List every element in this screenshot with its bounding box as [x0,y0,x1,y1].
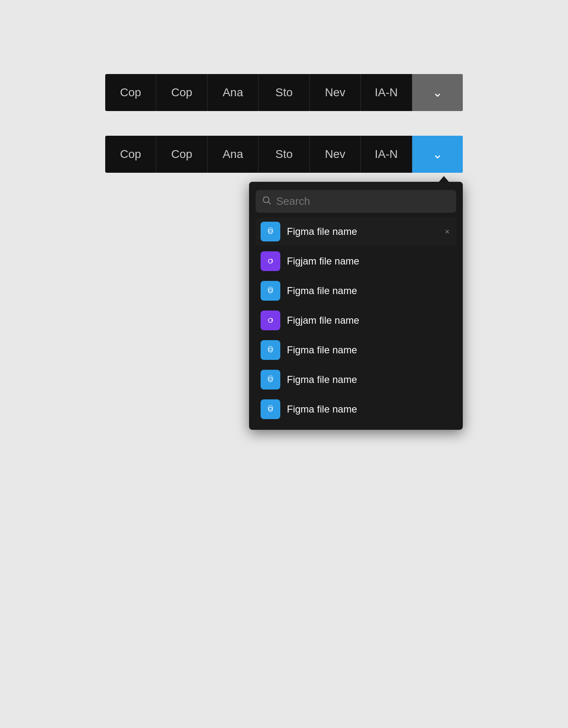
file-icon-figjam-3 [261,311,280,330]
dropdown-arrow [439,176,449,182]
file-item-1[interactable]: Figjam file name [256,247,456,275]
chevron-down-icon-2: ⌄ [432,148,443,160]
file-item-4[interactable]: Figma file name [256,336,456,364]
file-icon-figma-0 [261,222,280,241]
tab-2-copy1[interactable]: Cop [105,136,156,173]
file-name-4: Figma file name [287,344,451,356]
tab-2-more-button[interactable]: ⌄ [412,136,463,173]
tab-bar-2: Cop Cop Ana Sto Nev IA-N ⌄ [105,136,463,173]
file-name-5: Figma file name [287,374,451,385]
file-name-6: Figma file name [287,403,451,415]
tab-1-ia[interactable]: IA-N [361,74,412,111]
tab-2-sto[interactable]: Sto [259,136,309,173]
tab-1-nev[interactable]: Nev [310,74,361,111]
tab-1-copy2[interactable]: Cop [156,74,207,111]
tab-bar-2-container: Cop Cop Ana Sto Nev IA-N ⌄ [105,136,463,173]
tab-bar-1: Cop Cop Ana Sto Nev IA-N ⌄ [105,74,463,111]
file-item-5[interactable]: Figma file name [256,366,456,394]
file-icon-figma-4 [261,340,280,360]
file-item-2[interactable]: Figma file name [256,277,456,305]
file-name-2: Figma file name [287,285,451,297]
tab-1-ana[interactable]: Ana [208,74,259,111]
file-icon-figjam-1 [261,251,280,271]
chevron-down-icon-1: ⌄ [432,86,443,99]
search-input[interactable] [276,195,450,208]
tab-1-sto[interactable]: Sto [259,74,309,111]
file-name-1: Figjam file name [287,255,451,267]
tab-2-ia[interactable]: IA-N [361,136,412,173]
file-item-6[interactable]: Figma file name [256,395,456,423]
file-name-3: Figjam file name [287,315,451,326]
dropdown-panel: Figma file name × Figjam file name [249,182,463,430]
search-bar [256,190,456,213]
tab-2-ana[interactable]: Ana [208,136,259,173]
tab-1-more-button[interactable]: ⌄ [412,74,463,111]
file-icon-figma-5 [261,370,280,390]
search-icon [262,196,271,207]
file-icon-figma-6 [261,399,280,419]
file-item-3[interactable]: Figjam file name [256,306,456,334]
file-item-0[interactable]: Figma file name × [256,218,456,246]
tab-2-copy2[interactable]: Cop [156,136,207,173]
tab-2-nev[interactable]: Nev [310,136,361,173]
close-button-0[interactable]: × [443,225,451,238]
file-icon-figma-2 [261,281,280,301]
tab-1-copy1[interactable]: Cop [105,74,156,111]
dropdown-panel-wrapper: Figma file name × Figjam file name [249,176,463,430]
file-name-0: Figma file name [287,226,436,237]
svg-line-1 [268,202,271,204]
